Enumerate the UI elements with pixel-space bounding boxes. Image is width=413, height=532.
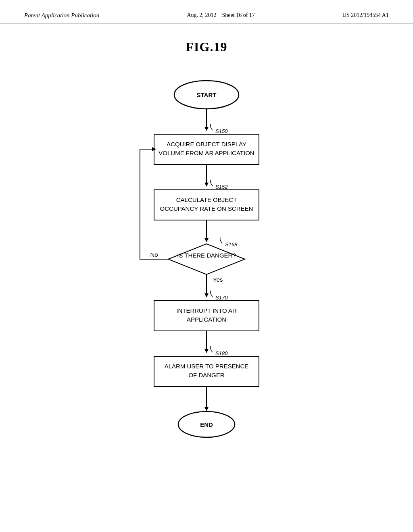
sheet-info: Sheet 16 of 17 (222, 12, 255, 18)
s152-ref: S152 (215, 184, 228, 190)
main-content: FIG.19 text { font-family: Arial, sans-s… (0, 23, 413, 483)
svg-marker-5 (204, 183, 209, 187)
s180-line1: ALARM USER TO PRESENCE (165, 363, 249, 370)
figure-title: FIG.19 (186, 39, 227, 54)
svg-marker-11 (204, 293, 209, 297)
svg-marker-8 (204, 238, 209, 242)
start-label: START (197, 91, 217, 98)
publication-date: Aug. 2, 2012 (187, 12, 216, 18)
publication-label: Patent Application Publication (24, 12, 99, 19)
s170-ref: S170 (215, 295, 228, 301)
s152-line1: CALCULATE OBJECT (176, 196, 237, 203)
s170-line1: INTERRUPT INTO AR (176, 307, 237, 314)
s150-line1: ACQUIRE OBJECT DISPLAY (167, 141, 246, 148)
end-label: END (200, 421, 213, 428)
patent-number: US 2012/194554 A1 (342, 12, 389, 19)
s150-ref: S150 (215, 128, 228, 134)
s152-line2: OCCUPANCY RATE ON SCREEN (160, 205, 253, 212)
yes-label: Yes (213, 276, 223, 283)
svg-marker-2 (204, 127, 209, 131)
s168-ref: S168 (225, 241, 238, 247)
flowchart-svg: text { font-family: Arial, sans-serif; f… (102, 71, 311, 466)
page-header: Patent Application Publication Aug. 2, 2… (0, 0, 413, 23)
s150-line2: VOLUME FROM AR APPLICATION (159, 150, 254, 156)
svg-marker-17 (204, 407, 209, 411)
svg-marker-9 (168, 244, 245, 274)
svg-marker-14 (204, 349, 209, 353)
s180-ref: S180 (215, 350, 228, 356)
s180-line2: OF DANGER (188, 372, 224, 378)
no-label: No (150, 251, 158, 258)
s168-line1: IS THERE DANGER? (177, 252, 236, 259)
header-center: Aug. 2, 2012 Sheet 16 of 17 (187, 12, 254, 19)
s170-line2: APPLICATION (187, 316, 226, 323)
flowchart: text { font-family: Arial, sans-serif; f… (102, 71, 311, 467)
